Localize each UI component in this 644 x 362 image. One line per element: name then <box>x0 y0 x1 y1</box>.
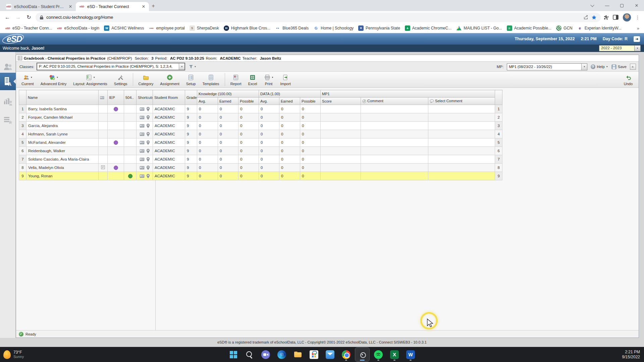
student-name-cell[interactable]: McFarland, Alexander <box>26 138 99 147</box>
bookmark-item[interactable]: SherpaDesk <box>187 25 221 31</box>
comment-cell[interactable] <box>361 155 428 164</box>
bookmark-item[interactable]: ACSHIC Wellness <box>102 25 146 31</box>
minimize-button[interactable]: — <box>600 0 614 11</box>
student-name-cell[interactable]: Reidenbaugh, Walker <box>26 147 99 155</box>
select-comment-cell[interactable] <box>428 155 495 164</box>
close-button[interactable]: ✕ <box>629 0 644 11</box>
plan504-column-header[interactable]: 504.. <box>124 90 137 105</box>
taskbar-search-button[interactable] <box>243 348 257 361</box>
restore-button[interactable] <box>614 0 629 11</box>
tab-teacher-connect[interactable]: eSD - Teacher Connect ✕ <box>76 2 149 11</box>
student-name-cell[interactable]: Barry, Isabella Santina <box>26 105 99 113</box>
bookmarks-overflow-icon[interactable]: » <box>637 26 641 31</box>
undo-button[interactable]: Undo <box>621 72 636 87</box>
side-panel-icon[interactable] <box>613 15 619 20</box>
setup-button[interactable]: Setup <box>183 72 199 87</box>
back-icon[interactable]: ← <box>3 14 11 20</box>
import-button[interactable]: Import <box>277 72 294 87</box>
location-pin-icon[interactable] <box>146 123 150 128</box>
name-column-header[interactable]: Name <box>26 90 99 105</box>
bookmark-item[interactable]: Home | Schoology <box>311 25 356 31</box>
comment-cell[interactable] <box>361 164 428 172</box>
location-pin-icon[interactable] <box>146 132 150 137</box>
location-pin-icon[interactable] <box>146 174 150 179</box>
comment-cell[interactable] <box>361 105 428 113</box>
bookmark-item[interactable]: employee portal <box>146 25 187 31</box>
comment-cell[interactable] <box>361 122 428 130</box>
sidebar-item-standards[interactable] <box>0 116 16 125</box>
taskbar-weather-widget[interactable]: 73°F Sunny <box>3 350 24 359</box>
student-name-cell[interactable]: Hofmann, Sarah Lynne <box>26 130 99 138</box>
student-id-card-icon[interactable] <box>140 166 145 170</box>
bookmark-item[interactable]: eSchoolData - login <box>55 25 102 31</box>
chevron-down-icon[interactable]: ▼ <box>634 46 640 51</box>
table-row[interactable]: 9 Young, Ronan ACADEMIC 9 0 0 0 0 0 0 9 <box>19 172 502 180</box>
save-button[interactable]: Save <box>611 64 627 69</box>
knowledge-avg-header[interactable]: Avg. <box>197 98 218 105</box>
taskbar-excel-button[interactable] <box>387 348 401 361</box>
table-row[interactable]: 7 Soldano Casciato, Ava Maria-Claira ACA… <box>19 155 502 164</box>
tab-close-icon[interactable]: ✕ <box>68 4 73 9</box>
data-group-header[interactable]: DATA (1.00) <box>259 90 321 98</box>
comment-cell[interactable] <box>361 172 428 180</box>
score-column-header[interactable]: Score <box>321 98 361 105</box>
extensions-puzzle-icon[interactable] <box>603 15 609 20</box>
knowledge-possible-header[interactable]: Possible <box>238 98 259 105</box>
current-button[interactable]: ▼ Current <box>18 72 37 87</box>
select-comment-cell[interactable] <box>428 130 495 138</box>
location-pin-icon[interactable] <box>146 165 150 170</box>
table-row[interactable]: 2 Forquer, Camden Michael ACADEMIC 9 0 0… <box>19 113 502 122</box>
select-comment-cell[interactable] <box>428 172 495 180</box>
data-avg-header[interactable]: Avg. <box>259 98 279 105</box>
sidebar-item-students[interactable] <box>0 63 16 71</box>
taskbar-teams-button[interactable] <box>259 348 273 361</box>
url-field[interactable]: connect.csiu-technology.org/Home <box>36 13 601 22</box>
mp1-group-header[interactable]: MP1 <box>321 90 495 98</box>
select-comment-cell[interactable] <box>428 138 495 147</box>
bookmark-item[interactable]: eSD - Teacher Conn... <box>3 25 55 31</box>
taskbar-edge-button[interactable] <box>275 348 289 361</box>
taskbar-clock[interactable]: 2:21 PM 9/15/2022 <box>622 350 640 360</box>
student-name-cell[interactable]: Vella, Madelyn Olivia <box>26 164 99 172</box>
help-button[interactable]: ? Help ▼ <box>591 64 608 69</box>
location-pin-icon[interactable] <box>146 148 150 154</box>
taskbar-start-button[interactable] <box>226 348 240 361</box>
taskbar-spotify-button[interactable] <box>371 348 385 361</box>
bookmark-star-icon[interactable] <box>591 15 597 20</box>
table-row[interactable]: 4 Hofmann, Sarah Lynne ACADEMIC 9 0 0 0 … <box>19 130 502 138</box>
score-cell[interactable] <box>321 105 361 113</box>
student-name-cell[interactable]: Forquer, Camden Michael <box>26 113 99 122</box>
location-pin-icon[interactable] <box>146 107 150 112</box>
comment-column-header[interactable]: Comment <box>361 98 428 105</box>
marking-period-select[interactable]: MP1 (08/23/22 - 10/26/22) ▼ <box>507 63 587 70</box>
bookmark-item[interactable]: MAILING LIST - Go... <box>454 25 504 31</box>
chevron-down-icon[interactable]: ▼ <box>179 63 184 70</box>
select-comment-column-header[interactable]: Select Comment <box>428 98 495 105</box>
school-year-select[interactable]: 2022 - 2023 ▼ <box>599 45 641 51</box>
table-row[interactable]: 3 Garcia, Alejandra ACADEMIC 9 0 0 0 0 0… <box>19 122 502 130</box>
score-cell[interactable] <box>321 122 361 130</box>
location-pin-icon[interactable] <box>146 140 150 145</box>
chevron-down-icon[interactable]: ▼ <box>581 64 587 70</box>
score-cell[interactable] <box>321 172 361 180</box>
student-id-card-icon[interactable] <box>140 107 145 111</box>
advanced-entry-button[interactable]: ▼ Advanced Entry <box>37 72 70 87</box>
iep-column-header[interactable]: IEP <box>108 90 124 105</box>
category-button[interactable]: Category <box>135 72 157 87</box>
grade-column-header[interactable]: Grade <box>185 90 197 105</box>
taskbar-explorer-button[interactable] <box>291 348 305 361</box>
layout-assignments-button[interactable]: ▼ Layout: Assignments <box>70 72 111 87</box>
sidebar-item-gradebook-active[interactable]: A <box>0 73 16 90</box>
taskbar-word-button[interactable] <box>404 348 418 361</box>
table-row[interactable]: 1 Barry, Isabella Santina ACADEMIC 9 0 0… <box>19 105 502 113</box>
student-id-card-icon[interactable] <box>140 116 145 119</box>
profile-avatar[interactable] <box>623 13 631 22</box>
bookmark-item[interactable]: Highmark Blue Cros... <box>221 25 273 31</box>
classes-select[interactable]: P: AC PD2 9:10-10:25, Chemical Propertie… <box>37 63 185 70</box>
bookmark-item[interactable]: Academic Possible... <box>504 25 554 31</box>
sidebar-item-reports[interactable] <box>0 97 16 106</box>
knowledge-earned-header[interactable]: Earned <box>218 98 238 105</box>
print-button[interactable]: ▼ Print <box>261 72 277 87</box>
score-cell[interactable] <box>321 155 361 164</box>
select-comment-cell[interactable] <box>428 122 495 130</box>
